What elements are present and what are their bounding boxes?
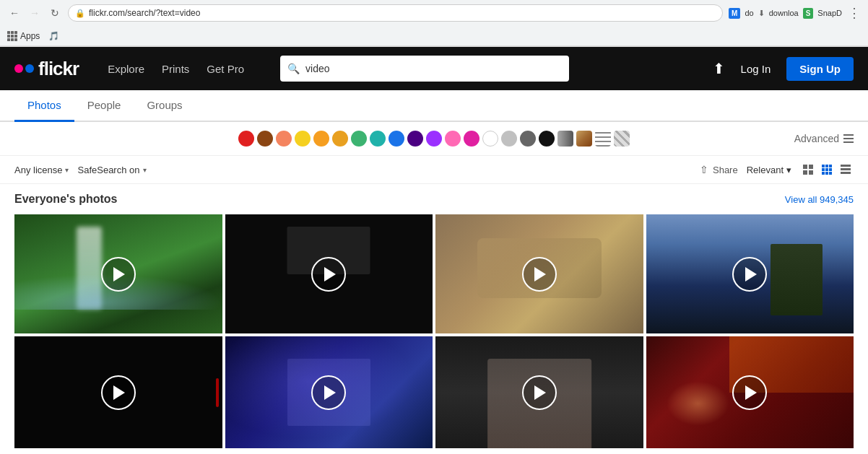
- address-input[interactable]: [68, 4, 723, 22]
- flickr-logo[interactable]: flickr: [14, 58, 79, 80]
- login-button[interactable]: Log In: [734, 60, 778, 78]
- section-title: Everyone's photos: [14, 193, 118, 206]
- tab-bar: Photos People Groups: [0, 90, 868, 122]
- apps-label: Apps: [20, 31, 40, 41]
- photo-item-3[interactable]: [435, 214, 643, 333]
- header-search: 🔍: [280, 56, 684, 82]
- svg-rect-7: [822, 168, 825, 171]
- color-magenta[interactable]: [464, 131, 479, 147]
- svg-rect-8: [825, 168, 828, 171]
- svg-rect-9: [829, 168, 832, 171]
- svg-rect-4: [822, 165, 825, 167]
- header-actions: ⬆ Log In Sign Up: [713, 57, 854, 81]
- apps-grid-icon: [7, 31, 17, 41]
- color-white[interactable]: [482, 131, 498, 147]
- ext-download-label: downloa: [769, 9, 799, 17]
- photo-grid: [14, 214, 854, 448]
- color-gradient[interactable]: [557, 131, 573, 147]
- nav-prints[interactable]: Prints: [155, 60, 196, 78]
- svg-rect-2: [803, 170, 807, 175]
- color-black[interactable]: [539, 131, 555, 147]
- upload-button[interactable]: ⬆: [713, 60, 725, 77]
- color-yellow[interactable]: [295, 131, 311, 147]
- bookmark-music[interactable]: 🎵: [48, 31, 59, 41]
- color-pink[interactable]: [445, 131, 461, 147]
- color-orange[interactable]: [313, 131, 329, 147]
- color-indigo[interactable]: [407, 131, 423, 147]
- photo-item-1[interactable]: [14, 214, 222, 333]
- browser-chrome: ← → ↻ 🔒 M do ⬇ downloa S SnapD ⋮ Apps 🎵: [0, 0, 868, 47]
- svg-rect-11: [825, 172, 828, 175]
- search-box: 🔍: [280, 56, 569, 82]
- tab-photos[interactable]: Photos: [14, 90, 74, 122]
- view-all-link[interactable]: View all 949,345: [785, 194, 854, 205]
- play-icon-7: [534, 385, 546, 400]
- video-play-circle-3: [522, 257, 557, 292]
- photo-item-8[interactable]: [646, 336, 854, 448]
- advanced-button[interactable]: Advanced: [794, 133, 854, 144]
- color-teal[interactable]: [370, 131, 386, 147]
- content-header: Everyone's photos View all 949,345: [14, 193, 854, 206]
- search-icon: 🔍: [287, 63, 300, 74]
- view-grid-small[interactable]: [800, 162, 816, 178]
- play-icon-8: [745, 385, 757, 400]
- search-input[interactable]: [305, 63, 562, 74]
- browser-toolbar: ← → ↻ 🔒 M do ⬇ downloa S SnapD ⋮: [0, 0, 868, 26]
- video-play-circle-6: [311, 375, 346, 410]
- video-play-circle-7: [522, 375, 557, 410]
- nav-explore[interactable]: Explore: [100, 60, 152, 78]
- photo-item-5[interactable]: [14, 336, 222, 448]
- share-icon: ⇧: [700, 164, 708, 175]
- refresh-button[interactable]: ↻: [48, 6, 62, 20]
- signup-button[interactable]: Sign Up: [786, 57, 854, 81]
- sort-dropdown[interactable]: Relevant ▾: [747, 165, 791, 175]
- color-green[interactable]: [351, 131, 367, 147]
- video-play-circle-1: [101, 257, 136, 292]
- back-button[interactable]: ←: [7, 6, 22, 20]
- view-grid-large[interactable]: [819, 162, 835, 178]
- license-label: Any license: [14, 165, 62, 175]
- nav-getpro[interactable]: Get Pro: [199, 60, 251, 78]
- color-blue[interactable]: [389, 131, 404, 147]
- svg-rect-10: [822, 172, 825, 175]
- color-lightgray[interactable]: [501, 131, 517, 147]
- color-amber[interactable]: [332, 131, 348, 147]
- color-red[interactable]: [238, 131, 254, 147]
- photo-item-2[interactable]: [225, 214, 433, 333]
- color-darkgray[interactable]: [520, 131, 536, 147]
- play-icon-1: [113, 267, 125, 281]
- color-grid[interactable]: [595, 131, 611, 147]
- menu-icon[interactable]: ⋮: [848, 5, 861, 21]
- play-icon-4: [745, 267, 757, 281]
- color-warm[interactable]: [576, 131, 592, 147]
- color-brown[interactable]: [257, 131, 273, 147]
- svg-rect-14: [841, 168, 851, 170]
- photo-item-6[interactable]: [225, 336, 433, 448]
- svg-rect-13: [841, 165, 851, 167]
- music-icon: 🎵: [48, 31, 59, 41]
- view-list[interactable]: [838, 162, 854, 178]
- forward-button[interactable]: →: [27, 6, 42, 20]
- color-texture[interactable]: [614, 131, 630, 147]
- share-button[interactable]: ⇧ Share: [700, 164, 738, 175]
- color-salmon[interactable]: [276, 131, 292, 147]
- photo-item-4[interactable]: [646, 214, 854, 333]
- tab-groups[interactable]: Groups: [134, 90, 195, 122]
- advanced-label: Advanced: [794, 133, 839, 144]
- bookmark-apps[interactable]: Apps: [7, 31, 40, 41]
- svg-rect-3: [809, 170, 813, 175]
- photo-item-7[interactable]: [435, 336, 643, 448]
- tab-people[interactable]: People: [74, 90, 134, 122]
- svg-rect-5: [825, 165, 828, 167]
- flickr-wordmark: flickr: [38, 58, 79, 80]
- safesearch-dropdown[interactable]: SafeSearch on ▾: [77, 165, 146, 175]
- ext-m-badge: M: [729, 8, 740, 19]
- video-play-circle-5: [101, 375, 136, 410]
- flickr-dots: [14, 64, 34, 73]
- ext-snap-badge: S: [803, 8, 814, 19]
- color-purple[interactable]: [426, 131, 442, 147]
- safesearch-label: SafeSearch on: [77, 165, 139, 175]
- play-icon-2: [324, 267, 336, 281]
- play-icon-3: [534, 267, 546, 281]
- license-dropdown[interactable]: Any license ▾: [14, 165, 69, 175]
